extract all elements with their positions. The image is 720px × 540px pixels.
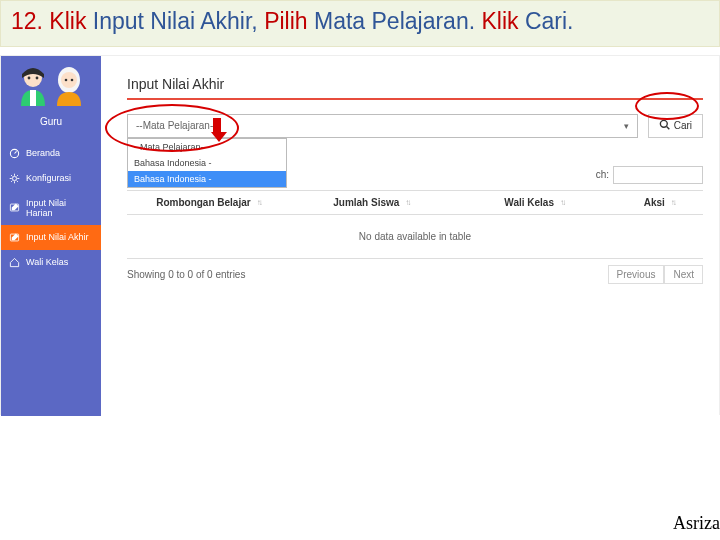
table-header: Rombongan Belajar↑↓ Jumlah Siswa↑↓ Wali …	[127, 190, 703, 215]
svg-line-15	[11, 175, 12, 176]
dropdown-option[interactable]: Bahasa Indonesia -	[128, 155, 286, 171]
nav-label: Wali Kelas	[26, 257, 68, 267]
dashboard-icon	[9, 148, 20, 159]
sidebar-item-beranda[interactable]: Beranda	[1, 141, 101, 166]
prev-button[interactable]: Previous	[608, 265, 665, 284]
svg-line-22	[666, 127, 669, 130]
table-footer: Showing 0 to 0 of 0 entries Previous Nex…	[127, 259, 703, 290]
nav-label: Input Nilai Akhir	[26, 232, 89, 242]
sort-icon: ↑↓	[257, 198, 261, 207]
page-title: Input Nilai Akhir	[127, 76, 703, 92]
sort-icon: ↑↓	[560, 198, 564, 207]
footer-author: Asriza	[673, 513, 720, 534]
col-wali-kelas[interactable]: Wali Kelas↑↓	[453, 191, 616, 214]
dropdown-option[interactable]: --Mata Pelajaran--	[128, 139, 286, 155]
sidebar-item-wali-kelas[interactable]: Wali Kelas	[1, 250, 101, 275]
search-label: ch:	[596, 169, 609, 180]
dropdown-option[interactable]: Bahasa Indonesia -	[128, 171, 286, 187]
pencil-icon	[9, 202, 20, 213]
slide-title: 12. Klik Input Nilai Akhir, Pilih Mata P…	[0, 0, 720, 47]
col-jumlah-siswa[interactable]: Jumlah Siswa↑↓	[290, 191, 453, 214]
nav-label: Konfigurasi	[26, 173, 71, 183]
chevron-down-icon: ▾	[624, 121, 629, 131]
next-button[interactable]: Next	[664, 265, 703, 284]
title-underline	[127, 98, 703, 100]
sidebar-nav: BerandaKonfigurasiInput Nilai HarianInpu…	[1, 141, 101, 275]
svg-line-16	[17, 180, 18, 181]
sidebar-item-input-nilai-akhir[interactable]: Input Nilai Akhir	[1, 225, 101, 250]
search-button[interactable]: Cari	[648, 114, 703, 138]
nav-label: Input Nilai Harian	[26, 198, 93, 218]
col-rombongan-belajar[interactable]: Rombongan Belajar↑↓	[127, 191, 290, 214]
svg-line-18	[17, 175, 18, 176]
sort-icon: ↑↓	[405, 198, 409, 207]
avatar-male	[16, 66, 50, 106]
avatar-female	[52, 66, 86, 106]
main-panel: Input Nilai Akhir --Mata Pelajaran-- ▾ -…	[101, 56, 719, 416]
table-search-input[interactable]	[613, 166, 703, 184]
svg-point-21	[660, 121, 667, 128]
subject-select-value: --Mata Pelajaran--	[136, 120, 217, 131]
svg-point-1	[28, 76, 31, 79]
svg-point-2	[36, 76, 39, 79]
svg-line-9	[15, 151, 17, 153]
search-icon	[659, 119, 670, 132]
subject-select-wrap: --Mata Pelajaran-- ▾ --Mata Pelajaran--B…	[127, 114, 638, 138]
app-screenshot: Guru BerandaKonfigurasiInput Nilai Haria…	[0, 55, 720, 415]
search-button-label: Cari	[674, 120, 692, 131]
card: Input Nilai Akhir --Mata Pelajaran-- ▾ -…	[117, 66, 713, 300]
col-aksi[interactable]: Aksi↑↓	[616, 191, 703, 214]
home-icon	[9, 257, 20, 268]
sidebar: Guru BerandaKonfigurasiInput Nilai Haria…	[1, 56, 101, 416]
sidebar-item-input-nilai-harian[interactable]: Input Nilai Harian	[1, 191, 101, 225]
subject-dropdown: --Mata Pelajaran--Bahasa Indonesia -Baha…	[127, 138, 287, 188]
svg-point-10	[12, 176, 16, 180]
controls-row: --Mata Pelajaran-- ▾ --Mata Pelajaran--B…	[127, 114, 703, 138]
nav-label: Beranda	[26, 148, 60, 158]
svg-point-5	[61, 72, 77, 88]
pencil-icon	[9, 232, 20, 243]
svg-point-7	[71, 78, 74, 81]
sort-icon: ↑↓	[671, 198, 675, 207]
sidebar-item-konfigurasi[interactable]: Konfigurasi	[1, 166, 101, 191]
svg-point-6	[65, 78, 68, 81]
table-empty-message: No data available in table	[127, 215, 703, 259]
sidebar-role-label: Guru	[1, 116, 101, 127]
pager: Previous Next	[608, 265, 703, 284]
subject-select[interactable]: --Mata Pelajaran-- ▾	[127, 114, 638, 138]
avatar-row	[1, 56, 101, 116]
gear-icon	[9, 173, 20, 184]
svg-rect-3	[30, 90, 36, 106]
table-info: Showing 0 to 0 of 0 entries	[127, 269, 245, 280]
svg-line-17	[11, 180, 12, 181]
